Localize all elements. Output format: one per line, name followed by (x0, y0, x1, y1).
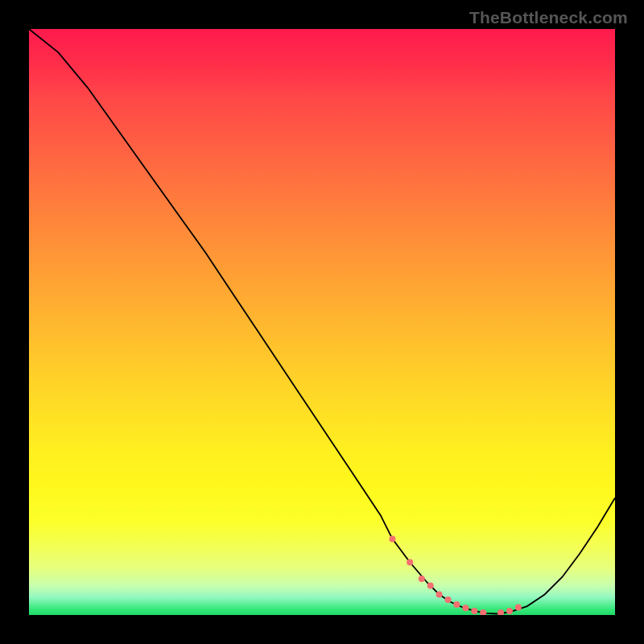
highlight-dot (515, 605, 522, 611)
highlight-dot (427, 583, 434, 589)
highlight-dot (407, 559, 413, 566)
highlight-dot (436, 592, 443, 598)
highlight-dot (462, 605, 469, 611)
bottleneck-curve-path (29, 29, 615, 614)
highlight-dot (419, 576, 425, 582)
highlight-dot (506, 608, 513, 614)
highlight-dots-group (389, 535, 522, 615)
chart-svg (29, 29, 615, 615)
highlight-dot (497, 609, 504, 615)
highlight-dot (453, 601, 460, 608)
highlight-dot (480, 609, 486, 615)
highlight-dot (389, 535, 395, 542)
chart-plot-area (29, 29, 615, 615)
highlight-dot (445, 597, 452, 603)
watermark-text: TheBottleneck.com (469, 8, 628, 27)
highlight-dot (471, 608, 477, 614)
